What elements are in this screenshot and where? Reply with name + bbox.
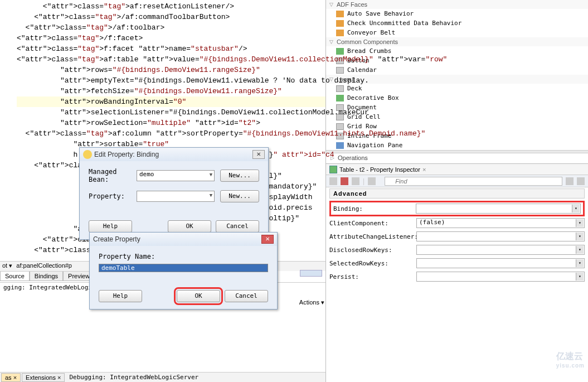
palette-item[interactable]: Decorative Box [326,93,588,103]
code-line[interactable]: <"attr">class="tag">af:resetActionListen… [17,1,325,12]
dropdown-icon[interactable]: ▾ [576,273,584,281]
property-label: Property: [89,192,137,200]
prop-label: ClientComponent: [329,220,414,227]
tab-source[interactable]: Source [0,272,30,281]
component-icon [336,142,344,149]
palette-item[interactable]: Calendar [326,65,588,75]
property-name-input[interactable] [99,264,268,272]
toolbar-icon[interactable] [368,177,376,185]
component-icon [336,95,344,101]
code-line[interactable]: <"attr">class="tag">/af:commandToolbarBu… [17,12,325,22]
tab-bindings[interactable]: Bindings [30,272,63,281]
dialog-icon [83,150,92,159]
code-line[interactable]: <"attr">class="tag">f:facet "attr">name=… [17,43,325,54]
dropdown-icon[interactable]: ▾ [576,233,584,240]
component-icon [336,11,344,17]
bottom-tab[interactable]: as × [1,373,21,382]
palette-item[interactable]: Bread Crumbs [326,46,588,56]
prop-value[interactable]: ▾ [416,245,585,255]
code-line[interactable]: "attr">fetchSize="#{bindings.DemoView11.… [17,86,325,96]
window-bottom-bar: as × Extensions × Debugging: IntegratedW… [0,372,325,382]
dropdown-icon[interactable]: ▾ [576,219,584,227]
dialog2-title: Create Property [93,235,140,243]
bottom-tab[interactable]: Extensions × [22,373,65,382]
code-line[interactable]: "attr">rowSelection="multiple" "attr">id… [17,118,325,128]
toolbar-icon[interactable] [352,177,359,185]
prop-label: Persist: [329,273,414,281]
find-input[interactable] [385,177,562,186]
managed-bean-label: Managed Bean: [89,168,137,183]
code-line[interactable]: "attr">rows="#{bindings.DemoView11.range… [17,65,325,75]
dialog1-title: Edit Property: Binding [94,151,159,158]
close-icon[interactable]: ✕ [261,235,274,244]
managed-bean-select[interactable]: demo [137,170,215,181]
prop-row: DisclosedRowKeys:▾ [326,243,588,257]
help-button[interactable]: Help [89,220,132,233]
code-line[interactable]: "attr">rowBandingInterval="0" [17,96,325,107]
component-icon [336,85,344,92]
crumb[interactable]: ot ▾ [2,262,12,269]
prop-row: Persist:▾ [326,270,588,283]
horizontal-scrollbar[interactable] [300,270,322,277]
prop-value[interactable]: ▾ [416,204,581,214]
code-line[interactable]: <"attr">class="tag">/f:facet> [17,33,325,43]
prop-label: AttributeChangeListener: [329,233,414,240]
section-advanced: Advanced [329,188,585,199]
edit-property-dialog: Edit Property: Binding ✕ Managed Bean: d… [79,147,269,240]
code-line[interactable]: <"attr">class="tag">af:column "attr">sor… [17,128,325,139]
ok-button[interactable]: OK [168,220,211,233]
palette-item[interactable]: Auto Save Behavior [326,9,588,18]
inspector-tab-title: Table - t2 - Property Inspector [339,166,420,173]
help-button[interactable]: Help [99,290,142,302]
operations-section[interactable]: ▷ Operations [326,153,588,163]
dropdown-icon[interactable]: ▾ [576,246,584,254]
code-line[interactable]: "attr">emptyText="#{bindings.DemoView11.… [17,75,325,86]
code-editor-pane: <"attr">class="tag">af:resetActionListen… [0,0,325,382]
component-icon [336,20,344,27]
new-bean-button[interactable]: New... [220,170,259,182]
prop-row: SelectedRowKeys:▾ [326,257,588,270]
code-line[interactable]: <"attr">class="tag">af:table "attr">valu… [17,54,325,65]
prop-row-binding: Binding:▾ [329,201,585,216]
prop-value[interactable]: ▾ [416,258,585,268]
property-inspector: Table - t2 - Property Inspector × | Adva… [326,163,588,382]
new-property-button[interactable]: New... [220,190,259,202]
property-name-label: Property Name: [99,253,155,260]
close-icon[interactable]: × [422,166,426,173]
component-icon [336,48,344,55]
prop-value[interactable]: (false)▾ [416,218,585,228]
palette-item[interactable]: Check Uncommitted Data Behavior [326,18,588,28]
prop-value[interactable]: ▾ [416,272,585,282]
editor-bottom-tabs: Source Bindings Preview [0,271,95,281]
code-line[interactable]: "attr">selectionListener="#{bindings.Dem… [17,107,325,118]
component-palette: ▽ADF FacesAuto Save BehaviorCheck Uncomm… [326,0,588,150]
actions-menu[interactable]: Actions ▾ [299,299,324,306]
chevron-down-icon: ▽ [329,2,333,7]
prop-row: AttributeChangeListener:▾ [326,230,588,243]
cancel-button[interactable]: Cancel [225,290,268,302]
palette-item[interactable]: Conveyor Belt [326,28,588,37]
property-select[interactable] [137,191,215,202]
dropdown-icon[interactable]: ▾ [572,205,580,212]
prop-label: Binding: [333,205,416,212]
up-icon[interactable] [566,177,574,185]
watermark: 亿速云 yisu.com [556,351,585,369]
palette-item[interactable]: Navigation Pane [326,141,588,150]
component-icon [336,30,344,36]
debug-label: Debugging: IntegratedWebLogicServer [69,374,198,381]
prop-value[interactable]: ▾ [416,231,585,241]
toolbar-icon[interactable] [329,177,337,185]
ok-button[interactable]: OK [177,290,220,302]
dropdown-icon[interactable]: ▾ [576,259,584,267]
palette-item[interactable]: Deck [326,84,588,93]
chevron-down-icon: ▽ [329,39,333,45]
palette-group-header[interactable]: ▽Common Components [326,37,588,46]
crumb[interactable]: af:panelCollection#p [16,262,72,269]
down-icon[interactable] [577,177,585,185]
pin-icon[interactable] [341,177,348,185]
component-icon [336,67,344,74]
close-icon[interactable]: ✕ [252,150,265,159]
palette-group-header[interactable]: ▽ADF Faces [326,0,588,9]
cancel-button[interactable]: Cancel [216,220,259,233]
code-line[interactable]: <"attr">class="tag">/af:toolbar> [17,22,325,33]
